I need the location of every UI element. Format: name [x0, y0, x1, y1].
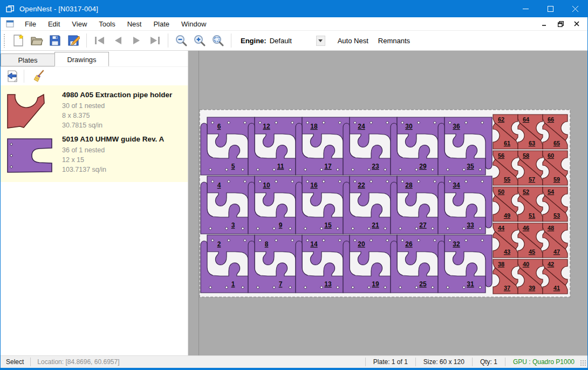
part-number-label: 35 [467, 163, 474, 170]
sidebar: Plates Drawings [1, 51, 188, 355]
save-as-button[interactable] [64, 32, 83, 49]
zoom-in-button[interactable] [190, 32, 209, 49]
part-number-label: 65 [553, 140, 560, 146]
part-number-label: 38 [498, 261, 504, 267]
minimize-button[interactable] [513, 1, 538, 17]
mdi-minimize-button[interactable] [540, 20, 549, 28]
window-bottom-border [1, 368, 587, 369]
part-number-label: 8 [265, 240, 269, 248]
part-number-label: 16 [310, 181, 318, 189]
mdi-restore-button[interactable] [556, 20, 565, 28]
part-number-label: 62 [498, 116, 504, 123]
list-item[interactable]: 5019 A10 UHMW guide Rev. A 36 of 1 neste… [3, 133, 186, 177]
part-number-label: 18 [310, 123, 318, 130]
part-number-label: 42 [548, 261, 554, 267]
part-area: 30.7815 sq/in [62, 120, 172, 130]
resize-grip[interactable] [580, 360, 586, 366]
part-number-label: 25 [419, 280, 427, 288]
part-number-label: 20 [358, 240, 365, 248]
sidebar-toolbar-separator [24, 70, 24, 83]
part-number-label: 43 [504, 248, 510, 255]
list-item[interactable]: 4980 A05 Extraction pipe holder 30 of 1 … [3, 89, 186, 133]
engine-dropdown-button[interactable] [316, 36, 325, 46]
new-file-button[interactable] [9, 32, 28, 49]
toolbar-grip[interactable] [3, 33, 6, 48]
part-number-label: 63 [529, 140, 535, 146]
zoom-fit-button[interactable] [209, 32, 227, 49]
nest-svg[interactable]: 6512111817242330293635431091615222128273… [188, 51, 587, 355]
menu-nest[interactable]: Nest [121, 18, 148, 30]
menu-bar: File Edit View Tools Nest Plate Window [1, 17, 587, 31]
last-plate-button[interactable] [146, 32, 164, 49]
part-title: 5019 A10 UHMW guide Rev. A [62, 135, 164, 143]
part-number-label: 49 [504, 212, 510, 219]
part-number-label: 52 [523, 189, 529, 195]
menu-edit[interactable]: Edit [42, 18, 66, 30]
part-number-label: 17 [324, 163, 332, 170]
part-number-label: 34 [453, 181, 460, 189]
next-plate-button[interactable] [127, 32, 146, 49]
part-number-label: 51 [529, 212, 535, 219]
part-number-label: 9 [279, 221, 283, 229]
part-number-label: 7 [279, 280, 283, 288]
part-number-label: 21 [372, 221, 379, 229]
part-size: 12 x 15 [62, 155, 164, 165]
remnants-button[interactable]: Remnants [373, 33, 415, 48]
mode-indicator: Select [1, 358, 30, 366]
plate-size: Size: 60 x 120 [416, 358, 472, 366]
main-toolbar: Engine: Default Auto Nest Remnants [1, 31, 587, 51]
zoom-out-button[interactable] [172, 32, 190, 49]
part-number-label: 46 [523, 225, 529, 231]
sidebar-tabstrip: Plates Drawings [1, 51, 188, 66]
tab-drawings[interactable]: Drawings [54, 52, 109, 66]
part-number-label: 5 [231, 163, 235, 170]
previous-plate-button[interactable] [109, 32, 127, 49]
first-plate-button[interactable] [91, 32, 109, 49]
mdi-close-button[interactable] [572, 20, 581, 28]
part-number-label: 22 [358, 181, 365, 189]
part-number-label: 11 [277, 163, 284, 170]
window-title: OpenNest - [N0317-004] [19, 5, 98, 13]
menu-view[interactable]: View [66, 18, 93, 30]
part-number-label: 39 [529, 285, 535, 291]
part-number-label: 47 [553, 248, 560, 255]
toolbar-separator [168, 33, 168, 48]
auto-nest-button[interactable]: Auto Nest [333, 33, 373, 48]
gpu-status: GPU : Quadro P1000 [505, 358, 580, 366]
part-thumbnail [6, 135, 62, 174]
part-number-label: 14 [310, 240, 318, 248]
menu-plate[interactable]: Plate [147, 18, 175, 30]
part-number-label: 4 [217, 181, 221, 189]
title-bar: OpenNest - [N0317-004] [1, 1, 587, 17]
open-button[interactable] [28, 32, 46, 49]
part-number-label: 57 [529, 176, 535, 183]
plate-count: Plate: 1 of 1 [366, 358, 415, 366]
part-number-label: 1 [231, 280, 235, 288]
engine-combobox[interactable]: Default [270, 37, 316, 45]
maximize-button[interactable] [538, 1, 563, 17]
part-nested: 36 of 1 nested [62, 145, 164, 155]
part-number-label: 37 [504, 285, 510, 291]
engine-label: Engine: [241, 37, 266, 45]
part-number-label: 60 [548, 152, 554, 159]
part-number-label: 15 [324, 221, 332, 229]
close-button[interactable] [563, 1, 587, 17]
part-number-label: 10 [263, 181, 270, 189]
save-button[interactable] [46, 32, 64, 49]
nest-canvas[interactable]: 6512111817242330293635431091615222128273… [188, 51, 587, 355]
part-number-label: 59 [553, 176, 560, 183]
part-number-label: 6 [217, 123, 221, 130]
menu-tools[interactable]: Tools [93, 18, 121, 30]
menu-file[interactable]: File [19, 18, 42, 30]
clear-broom-button[interactable] [30, 68, 47, 84]
part-number-label: 54 [548, 189, 555, 195]
sidebar-empty-area [1, 182, 188, 355]
part-number-label: 32 [453, 240, 460, 248]
send-back-button[interactable] [4, 68, 21, 84]
tab-plates[interactable]: Plates [1, 53, 55, 66]
part-size: 8 x 8.375 [62, 111, 172, 120]
toolbar-separator [86, 33, 87, 48]
main-area: Plates Drawings [1, 51, 587, 355]
drawing-list: 4980 A05 Extraction pipe holder 30 of 1 … [1, 85, 188, 182]
menu-window[interactable]: Window [175, 18, 212, 30]
